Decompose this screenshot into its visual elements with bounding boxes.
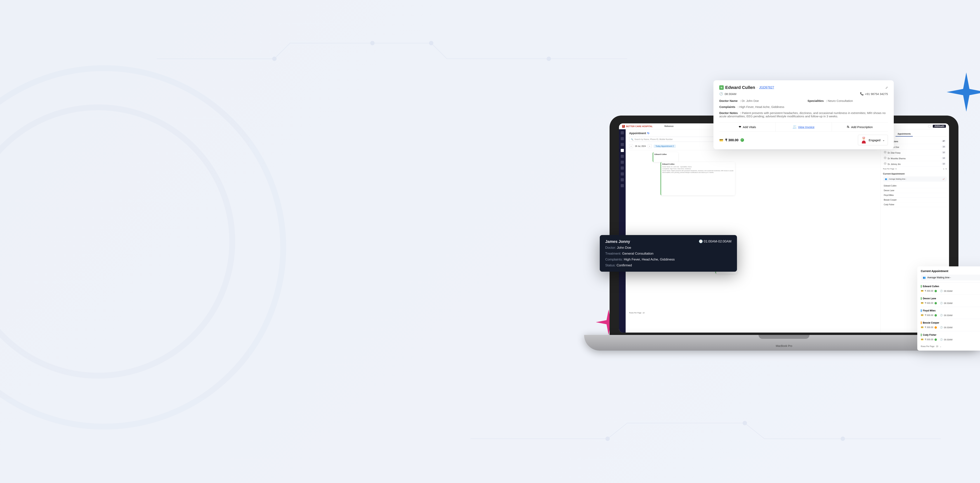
circuit-top xyxy=(157,24,627,121)
status-color-bar xyxy=(921,297,921,300)
status-color-bar xyxy=(921,321,921,324)
clock-icon: 🕐 xyxy=(940,338,943,341)
detail-footer: 💳 ₹ 300.00 Engaged ⌄ xyxy=(719,135,888,145)
notes-label: Doctor Notes xyxy=(719,111,738,114)
appointment-tooltip: 🕐 01:00AM-02:00AM James Jonny Doctor: Jo… xyxy=(600,235,737,272)
all-doctors-count: 27 xyxy=(942,140,946,142)
ca-title: Current Appointment xyxy=(921,270,980,273)
svg-point-6 xyxy=(841,437,845,441)
ca-item[interactable]: Bessie Cooper ❤ 🧾 ℞ 💳 ₹ 300.00 🕐 09:30AM… xyxy=(921,319,980,331)
hospital-logo: BETTER CARE HOSPITAL xyxy=(622,125,653,128)
ca-time: 09:30AM xyxy=(944,314,953,316)
notes-field: Doctor Notes : Patient presents with per… xyxy=(719,111,888,118)
clock-icon: 🕐 xyxy=(940,314,943,316)
topbar-right: JGDHealth xyxy=(928,125,946,128)
complaints-value: High Fever, Head Ache, Giddiness xyxy=(739,105,784,108)
ca-price: ₹ 500.00 xyxy=(925,338,933,341)
ca-time: 09:30AM xyxy=(944,338,953,341)
ca-name: Cody Fisher xyxy=(923,334,980,336)
add-prescription-button[interactable]: ℞Add Prescription xyxy=(832,122,888,132)
add-vitals-button[interactable]: ❤Add Vitals xyxy=(719,122,776,132)
payment-icon: 💳 xyxy=(921,326,924,329)
svg-point-5 xyxy=(743,421,747,425)
avatar-icon xyxy=(884,151,886,154)
rows-per-page: Rows Per Page 10 xyxy=(629,312,877,314)
patient-id-link[interactable]: JGD97827 xyxy=(759,86,774,89)
status-color-bar xyxy=(921,285,921,288)
mini-row[interactable]: Edward Cullen xyxy=(883,184,947,188)
notification-icon[interactable] xyxy=(928,125,931,128)
status-color-bar xyxy=(921,309,921,312)
sidebar-item-3[interactable] xyxy=(621,143,624,146)
tab-appointments[interactable]: Appointments xyxy=(896,132,913,137)
rpp-value[interactable]: 5 xyxy=(896,168,897,170)
doctor-row[interactable]: Dr. Dian Fossy12 xyxy=(883,149,947,155)
doctor-row[interactable]: Dr. Mounika Sharma13 xyxy=(883,155,947,161)
clock-icon: 🕐 xyxy=(719,92,723,95)
mini-row[interactable]: Devon Lane xyxy=(883,188,947,193)
paid-dot-icon xyxy=(934,290,937,292)
sidebar-item-6[interactable] xyxy=(621,160,624,164)
sidebar-item-2[interactable] xyxy=(621,137,624,140)
mini-name: Cody Fisher xyxy=(884,203,894,206)
invoice-label: View Invoice xyxy=(798,126,815,129)
tt-status-value: Confirmed xyxy=(617,264,632,267)
payment-icon: 💳 xyxy=(921,302,924,304)
paid-dot-icon xyxy=(934,338,937,341)
appt-name: Edward Cullen xyxy=(662,163,734,165)
ca-name: Devon Lane xyxy=(923,297,980,300)
sidebar-item-9[interactable] xyxy=(621,178,624,181)
mini-name: Bessie Cooper xyxy=(884,199,897,201)
date-prev-button[interactable]: ‹ xyxy=(629,144,633,148)
avatar-icon xyxy=(884,156,886,159)
sidebar-item-1[interactable] xyxy=(621,131,624,134)
rpp-value[interactable]: 10 xyxy=(643,312,644,314)
svg-rect-8 xyxy=(863,137,865,138)
svg-point-3 xyxy=(371,41,374,45)
appt-time: 08:30AM xyxy=(725,92,737,95)
mini-row[interactable]: Cody Fisher xyxy=(883,202,947,207)
payment-icon: 💳 xyxy=(921,338,924,341)
spec-field: Specialities : Neuro Consultation xyxy=(808,99,888,102)
doctor-row[interactable]: Dr. Johnny Jim12 xyxy=(883,161,947,167)
ca-price: ₹ 300.00 xyxy=(925,326,933,329)
rpp-label: Rows Per Page xyxy=(629,312,641,314)
hospital-name: BETTER CARE HOSPITAL xyxy=(626,125,653,127)
patient-name: Edward Cullen xyxy=(725,85,755,90)
view-invoice-link[interactable]: 🧾View Invoice xyxy=(776,122,832,132)
ca-rpp-value[interactable]: 10 xyxy=(936,345,938,348)
laptop-brand: MacBook Pro xyxy=(776,344,792,348)
clock-icon: 🕐 xyxy=(940,290,943,292)
sidebar-item-7[interactable] xyxy=(621,167,624,170)
heartbeat-icon: 📈 xyxy=(943,178,945,180)
mini-row[interactable]: Floyd Miles xyxy=(883,193,947,198)
status-dropdown[interactable]: Engaged ⌄ xyxy=(858,135,888,145)
appt-card-detail[interactable]: Edward Cullen Doctor Name: Dr. John Doe … xyxy=(660,162,735,195)
calendar-pane: Appointment ↻ 🔍Search by Name, Phone ID,… xyxy=(626,129,880,332)
ca-price: ₹ 500.00 xyxy=(925,314,933,316)
sidebar-item-appointment[interactable] xyxy=(621,149,624,152)
ca-item[interactable]: Floyd Miles ❤ 🧾 ℞ 💳 ₹ 500.00 🕐 09:30AM 👤… xyxy=(921,307,980,319)
expand-icon[interactable]: ⤢ xyxy=(885,86,888,89)
topnav-reference[interactable]: Reference xyxy=(665,125,673,127)
ca-item[interactable]: Devon Lane ❤ 🧾 ℞ 💳 ₹ 500.00 🕐 08:30AM 👤 … xyxy=(921,295,980,307)
vitals-label: Add Vitals xyxy=(743,126,756,129)
mini-name: Edward Cullen xyxy=(884,185,897,187)
sidebar-item-5[interactable] xyxy=(621,155,624,158)
ca-item[interactable]: Edward Cullen ❤ 🧾 ℞ 💳 ₹ 300.00 🕐 09:30AM… xyxy=(921,283,980,295)
appt-card-1[interactable]: Edward Cullen xyxy=(653,152,678,162)
sidebar-item-8[interactable] xyxy=(621,172,624,175)
doctor-count: 12 xyxy=(942,162,946,165)
mini-row[interactable]: Bessie Cooper xyxy=(883,198,947,202)
doctor-name: Dr. Dian Fossy xyxy=(888,152,900,154)
refresh-icon[interactable]: ↻ xyxy=(647,132,649,135)
detail-actions: ❤Add Vitals 🧾View Invoice ℞Add Prescript… xyxy=(719,122,888,132)
star-blue xyxy=(947,73,980,112)
sidebar-item-10[interactable] xyxy=(621,184,624,187)
ca-name: Bessie Cooper xyxy=(923,321,980,324)
today-pill[interactable]: Today Appointment 2 xyxy=(654,145,676,148)
doctor-count: 12 xyxy=(942,151,946,154)
ca-item[interactable]: Cody Fisher ❤ 🧾 ℞ 💳 ₹ 500.00 🕐 09:30AM 👤… xyxy=(921,331,980,343)
date-next-button[interactable]: › xyxy=(648,144,652,148)
chevron-down-icon: ⌄ xyxy=(882,138,885,142)
